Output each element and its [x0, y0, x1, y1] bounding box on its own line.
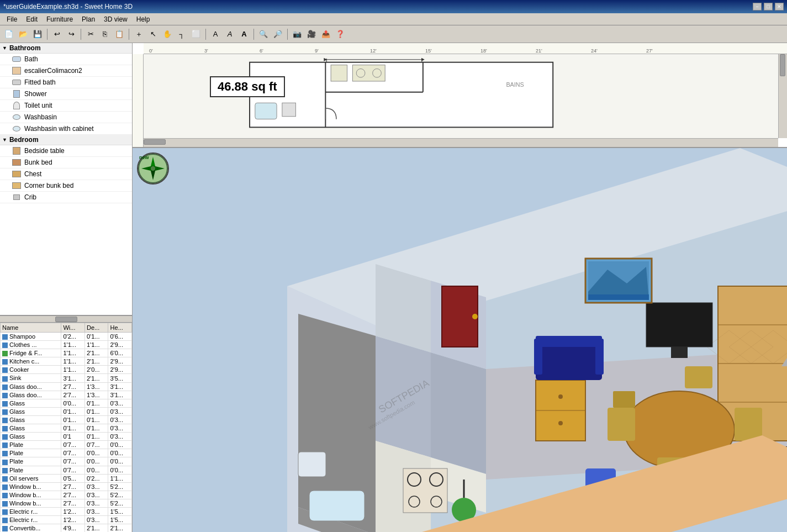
table-row[interactable]: Glass doo...2'7...1'3...3'1... [1, 382, 132, 391]
zoom-out-button[interactable]: 🔎 [271, 28, 284, 41]
row-height: 1'5... [108, 507, 132, 515]
menu-help[interactable]: Help [132, 14, 155, 24]
tree-item-shower[interactable]: Shower [0, 88, 132, 100]
table-row[interactable]: Kitchen c...1'1...2'1...2'9... [1, 357, 132, 366]
table-row[interactable]: Oil servers0'5...0'2...1'1... [1, 474, 132, 482]
paste-button[interactable]: 📋 [113, 28, 126, 41]
plan-canvas[interactable]: CUISINE BAINS [144, 54, 778, 138]
row-name: Window b... [1, 482, 61, 491]
minimize-button[interactable]: − [753, 3, 762, 10]
plan-vscroll-thumb[interactable] [780, 54, 785, 76]
camera-button[interactable]: 📷 [290, 28, 304, 41]
menu-edit[interactable]: Edit [22, 14, 42, 24]
3d-view[interactable]: SOFTPEDIA www.softpedia.com [133, 148, 787, 532]
table-row[interactable]: Plate0'7...0'0...0'0... [1, 449, 132, 457]
redo-button[interactable]: ↪ [65, 28, 78, 41]
table-row[interactable]: Plate0'7...0'0...0'0... [1, 466, 132, 474]
row-name: Glass [1, 433, 61, 441]
category-bathroom[interactable]: ▼ Bathroom [0, 43, 132, 54]
col-height[interactable]: He... [108, 323, 132, 333]
category-bedroom[interactable]: ▼ Bedroom [0, 135, 132, 145]
table-row[interactable]: Clothes ...1'1...1'1...2'9... [1, 341, 132, 349]
row-width: 2'7... [61, 391, 85, 399]
tree-item-escalier[interactable]: escalierColimacon2 [0, 65, 132, 77]
new-button[interactable]: 📄 [2, 28, 15, 41]
tree-item-corner-bunk[interactable]: Corner bunk bed [0, 180, 132, 192]
table-row[interactable]: Shampoo0'2...0'1...0'6... [1, 333, 132, 341]
tree-item-toilet[interactable]: Toilet unit [0, 100, 132, 112]
table-row[interactable]: Glass0'1...0'1...0'3... [1, 424, 132, 433]
undo-button[interactable]: ↩ [50, 28, 64, 41]
tree-hscroll-thumb[interactable] [55, 317, 77, 322]
save-button[interactable]: 💾 [31, 28, 44, 41]
table-row[interactable]: Glass0'1...0'1...0'3... [1, 415, 132, 424]
tree-item-bath[interactable]: Bath [0, 54, 132, 65]
zoom-in-button[interactable]: 🔍 [257, 28, 270, 41]
menu-file[interactable]: File [2, 14, 22, 24]
menu-furniture[interactable]: Furniture [42, 14, 77, 24]
tree-item-chest[interactable]: Chest [0, 168, 132, 180]
move-button[interactable]: ✋ [161, 28, 174, 41]
tree-item-fitted-bath[interactable]: Fitted bath [0, 77, 132, 88]
wall-button[interactable]: ┐ [175, 28, 188, 41]
plan-view[interactable]: 0' 3' 6' 9' 12' 15' 18' 21' 24' 27' [133, 43, 787, 148]
row-name: Glass doo... [1, 382, 61, 391]
menu-3dview[interactable]: 3D view [99, 14, 132, 24]
tree-item-washbasin-cabinet[interactable]: Washbasin with cabinet [0, 123, 132, 135]
table-row[interactable]: Cooker1'1...2'0...2'9... [1, 366, 132, 374]
table-row[interactable]: Electric r...1'2...0'3...1'5... [1, 516, 132, 524]
nav-compass[interactable]: new [137, 152, 170, 186]
room-button[interactable]: ⬜ [189, 28, 203, 41]
col-width[interactable]: Wi... [61, 323, 85, 333]
table-row[interactable]: Window b...2'7...0'3...5'2... [1, 482, 132, 491]
furniture-list[interactable]: Name Wi... De... He... Shampoo0'2...0'1.… [0, 322, 132, 532]
add-furniture-button[interactable]: ＋ [132, 28, 145, 41]
copy-button[interactable]: ⎘ [98, 28, 112, 41]
row-name: Plate [1, 466, 61, 474]
open-button[interactable]: 📂 [17, 28, 30, 41]
menu-plan[interactable]: Plan [77, 14, 99, 24]
col-name[interactable]: Name [1, 323, 61, 333]
table-row[interactable]: Glass doo...2'7...1'3...3'1... [1, 391, 132, 399]
row-name: Clothes ... [1, 341, 61, 349]
bunk-icon [11, 158, 22, 167]
plan-hscroll[interactable] [144, 138, 778, 147]
table-row[interactable]: Window b...2'7...0'3...5'2... [1, 491, 132, 499]
row-height: 0'0... [108, 466, 132, 474]
camera2-button[interactable]: 🎥 [305, 28, 318, 41]
cut-button[interactable]: ✂ [84, 28, 97, 41]
table-row[interactable]: Sink3'1...2'1...3'5... [1, 374, 132, 382]
tree-item-washbasin[interactable]: Washbasin [0, 112, 132, 123]
table-row[interactable]: Fridge & F...1'1...2'1...6'0... [1, 349, 132, 357]
plan-hscroll-thumb[interactable] [144, 139, 166, 145]
col-depth[interactable]: De... [84, 323, 108, 333]
plan-vscroll[interactable] [778, 54, 787, 138]
text-button[interactable]: A [209, 28, 222, 41]
table-row[interactable]: Plate0'7...0'7...0'0... [1, 441, 132, 449]
text-italic-button[interactable]: A [223, 28, 236, 41]
table-row[interactable]: Glass0'10'1...0'3... [1, 433, 132, 441]
table-row[interactable]: Plate0'7...0'0...0'0... [1, 457, 132, 466]
close-button[interactable]: ✕ [775, 3, 784, 10]
ruler-3: 3' [204, 48, 208, 54]
table-row[interactable]: Electric r...1'2...0'3...1'5... [1, 507, 132, 515]
furniture-tree[interactable]: ▼ Bathroom Bath escalierColimacon2 Fitte… [0, 43, 132, 315]
tree-item-bedside[interactable]: Bedside table [0, 145, 132, 157]
tree-hscroll[interactable] [0, 315, 132, 322]
export-button[interactable]: 📤 [319, 28, 332, 41]
table-row[interactable]: Glass0'1...0'1...0'3... [1, 407, 132, 415]
table-row[interactable]: Glass0'0...0'1...0'3... [1, 399, 132, 407]
text-big-button[interactable]: A [237, 28, 251, 41]
crib-label: Crib [24, 193, 36, 201]
row-name: Glass [1, 407, 61, 415]
tree-item-bunk-bed[interactable]: Bunk bed [0, 157, 132, 168]
select-button[interactable]: ↖ [146, 28, 160, 41]
table-row[interactable]: Convertib...4'9...2'1...2'1... [1, 524, 132, 532]
row-width: 0'0... [61, 399, 85, 407]
maximize-button[interactable]: □ [764, 3, 773, 10]
help-button[interactable]: ❓ [334, 28, 347, 41]
row-width: 3'1... [61, 374, 85, 382]
table-row[interactable]: Window b...2'7...0'3...5'2... [1, 499, 132, 507]
row-name: Electric r... [1, 507, 61, 515]
tree-item-crib[interactable]: Crib [0, 192, 132, 203]
